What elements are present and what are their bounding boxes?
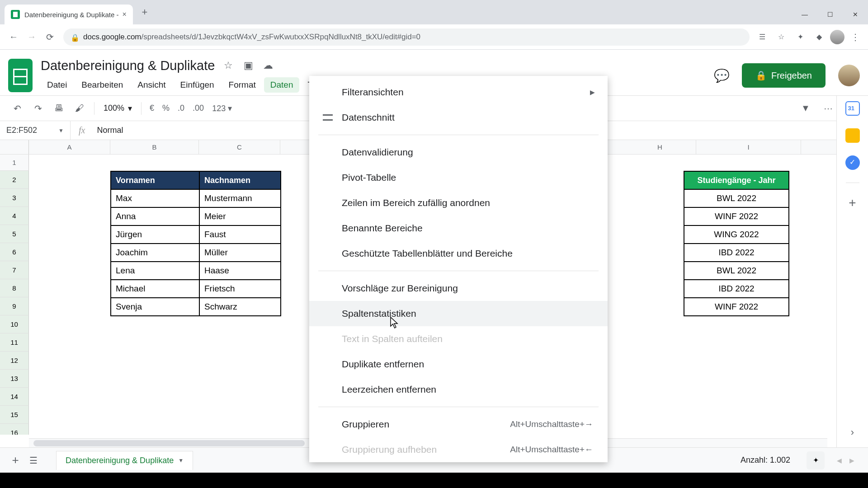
number-format-button[interactable]: 123 ▾ bbox=[209, 103, 235, 113]
print-button[interactable]: 🖶 bbox=[50, 99, 68, 117]
row-header[interactable]: 8 bbox=[0, 279, 29, 297]
fx-icon: fx bbox=[71, 125, 93, 136]
extensions-icon[interactable]: ✦ bbox=[792, 29, 808, 45]
row-header[interactable]: 9 bbox=[0, 297, 29, 315]
more-toolbar-button[interactable]: ⋯ bbox=[819, 99, 837, 117]
chevron-down-icon: ▾ bbox=[128, 103, 132, 113]
row-header[interactable]: 13 bbox=[0, 370, 29, 388]
calendar-icon[interactable] bbox=[845, 101, 860, 116]
browser-tab[interactable]: Datenbereinigung & Duplikate - × bbox=[5, 5, 133, 24]
currency-button[interactable]: € bbox=[147, 103, 157, 113]
row-header[interactable]: 7 bbox=[0, 261, 29, 279]
row-header[interactable]: 14 bbox=[0, 388, 29, 406]
translate-icon[interactable]: ☰ bbox=[754, 29, 770, 45]
selection-count[interactable]: Anzahl: 1.002 bbox=[733, 453, 797, 468]
account-avatar[interactable] bbox=[838, 65, 860, 86]
extension-badge-icon[interactable]: ◆ bbox=[811, 29, 827, 45]
menu-data[interactable]: Daten bbox=[264, 77, 300, 93]
sheet-tab[interactable]: Datenbereinigung & Duplikate▼ bbox=[56, 451, 193, 470]
menu-view[interactable]: Ansicht bbox=[131, 77, 172, 93]
row-header[interactable]: 1 bbox=[0, 155, 29, 171]
chevron-down-icon: ▼ bbox=[178, 457, 184, 464]
menu-format[interactable]: Format bbox=[222, 77, 262, 93]
tab-title: Datenbereinigung & Duplikate - bbox=[24, 11, 118, 19]
menu-slicer[interactable]: Datenschnitt bbox=[309, 105, 608, 130]
row-header[interactable]: 12 bbox=[0, 352, 29, 370]
keep-icon[interactable] bbox=[845, 128, 860, 143]
names-table: VornamenNachnamen MaxMustermann AnnaMeie… bbox=[110, 171, 281, 316]
close-window-button[interactable]: ✕ bbox=[843, 7, 868, 22]
row-header[interactable]: 11 bbox=[0, 333, 29, 352]
comments-icon[interactable]: 💬 bbox=[711, 65, 733, 86]
row-header[interactable]: 2 bbox=[0, 171, 29, 189]
reload-button[interactable]: ⟳ bbox=[41, 28, 59, 46]
all-sheets-button[interactable]: ☰ bbox=[24, 451, 42, 469]
zoom-select[interactable]: 100% ▾ bbox=[100, 103, 136, 113]
lock-icon: 🔒 bbox=[71, 33, 78, 41]
menu-group[interactable]: GruppierenAlt+Umschalttaste+→ bbox=[309, 412, 608, 437]
col-header[interactable]: H bbox=[624, 140, 696, 154]
menu-filter-views[interactable]: Filteransichten bbox=[309, 80, 608, 105]
name-box[interactable]: E2:F502▼ bbox=[0, 121, 71, 140]
programs-table: Studiengänge - Jahr BWL 2022 WINF 2022 W… bbox=[684, 171, 789, 316]
minimize-button[interactable]: — bbox=[792, 7, 817, 22]
menu-insert[interactable]: Einfügen bbox=[174, 77, 221, 93]
percent-button[interactable]: % bbox=[160, 103, 172, 113]
menu-column-stats[interactable]: Spaltenstatistiken bbox=[309, 301, 608, 326]
filter-toolbar-button[interactable]: ▼ bbox=[797, 99, 815, 117]
profile-avatar[interactable] bbox=[830, 30, 844, 44]
menu-data-validation[interactable]: Datenvalidierung bbox=[309, 140, 608, 165]
menu-cleanup-suggestions[interactable]: Vorschläge zur Bereinigung bbox=[309, 276, 608, 301]
menu-pivot-table[interactable]: Pivot-Tabelle bbox=[309, 165, 608, 190]
close-tab-icon[interactable]: × bbox=[122, 10, 126, 19]
forward-button[interactable]: → bbox=[23, 28, 41, 46]
col-header[interactable]: A bbox=[29, 140, 110, 154]
chrome-menu-icon[interactable]: ⋮ bbox=[847, 29, 863, 45]
select-all-corner[interactable] bbox=[0, 140, 29, 154]
paint-format-button[interactable]: 🖌 bbox=[71, 99, 89, 117]
sheets-logo-icon[interactable] bbox=[8, 59, 33, 92]
chevron-down-icon: ▼ bbox=[58, 127, 64, 134]
share-button[interactable]: 🔒Freigeben bbox=[742, 63, 826, 88]
expand-side-panel-icon[interactable]: › bbox=[851, 427, 854, 438]
tasks-icon[interactable] bbox=[845, 155, 860, 170]
maximize-button[interactable]: ☐ bbox=[817, 7, 843, 22]
side-panel: + › bbox=[836, 96, 868, 447]
formula-input[interactable]: Normal bbox=[93, 126, 127, 135]
menu-trim-whitespace[interactable]: Leerzeichen entfernen bbox=[309, 377, 608, 402]
star-icon[interactable]: ☆ bbox=[222, 59, 235, 72]
row-header[interactable]: 15 bbox=[0, 406, 29, 424]
menu-protected-sheets[interactable]: Geschützte Tabellenblätter und Bereiche bbox=[309, 241, 608, 266]
row-header[interactable]: 16 bbox=[0, 424, 29, 435]
cloud-saved-icon[interactable]: ☁ bbox=[262, 59, 274, 72]
scroll-left-icon[interactable]: ◀ bbox=[834, 457, 844, 464]
bookmark-icon[interactable]: ☆ bbox=[773, 29, 789, 45]
row-header[interactable]: 3 bbox=[0, 189, 29, 207]
col-header[interactable]: I bbox=[696, 140, 801, 154]
col-header[interactable]: B bbox=[110, 140, 199, 154]
menu-file[interactable]: Datei bbox=[41, 77, 73, 93]
url-input[interactable]: 🔒 docs.google.com/spreadsheets/d/1Jevzbk… bbox=[63, 28, 750, 46]
new-tab-button[interactable]: + bbox=[137, 4, 153, 20]
row-header[interactable]: 10 bbox=[0, 315, 29, 333]
explore-button[interactable]: ✦ bbox=[807, 451, 825, 469]
col-header[interactable]: C bbox=[199, 140, 280, 154]
menu-named-ranges[interactable]: Benannte Bereiche bbox=[309, 216, 608, 241]
document-title[interactable]: Datenbereinigung & Duplikate bbox=[41, 58, 215, 73]
back-button[interactable]: ← bbox=[5, 28, 23, 46]
scroll-right-icon[interactable]: ▶ bbox=[846, 457, 857, 464]
undo-button[interactable]: ↶ bbox=[8, 99, 26, 117]
row-header[interactable]: 4 bbox=[0, 207, 29, 225]
row-header[interactable]: 6 bbox=[0, 243, 29, 261]
menu-edit[interactable]: Bearbeiten bbox=[75, 77, 129, 93]
decrease-decimal-button[interactable]: .0 bbox=[175, 103, 187, 113]
add-sheet-button[interactable]: + bbox=[6, 451, 24, 469]
sheets-favicon bbox=[11, 10, 20, 19]
move-icon[interactable]: ▣ bbox=[242, 59, 255, 72]
increase-decimal-button[interactable]: .00 bbox=[190, 103, 207, 113]
menu-remove-duplicates[interactable]: Duplikate entfernen bbox=[309, 352, 608, 377]
add-addon-icon[interactable]: + bbox=[849, 196, 856, 210]
row-header[interactable]: 5 bbox=[0, 225, 29, 243]
redo-button[interactable]: ↷ bbox=[29, 99, 47, 117]
menu-randomize-range[interactable]: Zeilen im Bereich zufällig anordnen bbox=[309, 190, 608, 216]
